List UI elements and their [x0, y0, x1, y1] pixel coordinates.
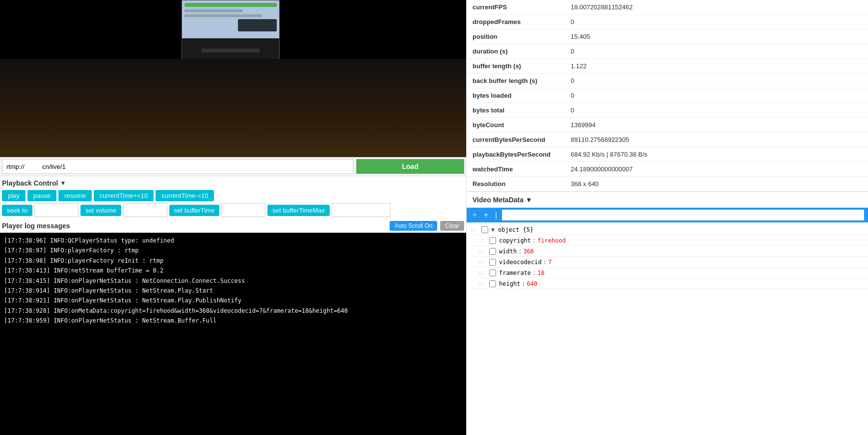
- seek-to-button[interactable]: seek to: [2, 205, 32, 216]
- stat-key: currentFPS: [473, 3, 571, 11]
- stat-key: bytes loaded: [473, 92, 571, 99]
- seek-input[interactable]: [34, 203, 79, 217]
- meta-root-checkbox[interactable]: [481, 226, 488, 233]
- stat-value: 0: [571, 77, 574, 84]
- pause-button[interactable]: pause: [27, 190, 56, 201]
- current-time-minus-button[interactable]: currentTime-=10: [156, 190, 214, 201]
- stat-row: watchedTime24.189000000000007: [467, 162, 868, 177]
- metadata-title: Video MetaData ▼: [467, 192, 868, 208]
- meta-field-checkbox[interactable]: [489, 280, 496, 287]
- current-time-plus-button[interactable]: currentTime+=10: [94, 190, 154, 201]
- toolbar-separator: |: [495, 211, 497, 219]
- meta-field-value: 368: [523, 248, 534, 255]
- log-entry: [17:7:38:959] INFO:onPlayerNetStatus : N…: [4, 316, 462, 326]
- meta-object-label: object {5}: [498, 226, 533, 233]
- set-buffertimemax-button[interactable]: set bufferTimeMax: [267, 205, 330, 216]
- stat-value: 684.92 Kb/s | 87670.38 B/s: [571, 151, 648, 158]
- stat-value: 0: [571, 92, 574, 99]
- stat-row: duration (s)0: [467, 44, 868, 59]
- stat-row: droppedFrames0: [467, 15, 868, 29]
- expand-all-button[interactable]: ÷: [471, 210, 479, 220]
- meta-field-key: framerate: [499, 270, 531, 276]
- url-input[interactable]: [2, 159, 353, 174]
- set-volume-button[interactable]: set volume: [80, 205, 121, 216]
- playback-title: Playback Control ▼: [2, 179, 464, 187]
- stat-key: buffer length (s): [473, 62, 571, 70]
- meta-colon: :: [532, 270, 536, 276]
- drag-handle-icon: ::: [478, 248, 484, 254]
- stat-value: 0: [571, 18, 574, 26]
- meta-field-key: height: [499, 280, 520, 287]
- meta-field-row: :: framerate : 18: [467, 268, 868, 278]
- drag-handle-icon: ::: [478, 281, 484, 286]
- stat-key: playbackBytesPerSecond: [473, 151, 571, 158]
- playback-arrow-icon: ▼: [60, 180, 66, 187]
- stat-key: position: [473, 33, 571, 40]
- set-buffertime-button[interactable]: set bufferTime: [169, 205, 219, 216]
- load-button[interactable]: Load: [356, 159, 464, 174]
- meta-field-row: :: height : 640: [467, 278, 868, 289]
- meta-field-value: 18: [537, 270, 544, 276]
- stat-key: Resolution: [473, 180, 571, 188]
- stat-row: bytes loaded0: [467, 88, 868, 103]
- log-area[interactable]: [17:7:38:96] INFO:QCPlayerStatus type: u…: [0, 233, 466, 435]
- stat-key: back buffer length (s): [473, 77, 571, 84]
- metadata-section: Video MetaData ▼ ÷ + | :: ▼ object {5} :…: [467, 191, 868, 291]
- log-entry: [17:7:38:97] INFO:playerFactory : rtmp: [4, 245, 462, 255]
- left-panel: Load Playback Control ▼ play pause resum…: [0, 0, 466, 435]
- metadata-arrow-icon: ▼: [526, 196, 532, 204]
- log-entry: [17:7:38:928] INFO:onMetaData:copyright=…: [4, 306, 462, 316]
- meta-field-checkbox[interactable]: [489, 270, 496, 276]
- stat-value: 0: [571, 107, 574, 114]
- stat-row: back buffer length (s)0: [467, 74, 868, 88]
- auto-scroll-button[interactable]: Auto Scroll On: [390, 221, 437, 231]
- meta-field-key: videocodecid: [499, 259, 542, 266]
- drag-handle-icon: ::: [478, 238, 484, 243]
- stat-row: currentFPS18.007202881152462: [467, 0, 868, 15]
- clear-button[interactable]: Clear: [440, 221, 464, 231]
- meta-field-checkbox[interactable]: [489, 237, 496, 244]
- meta-fields: :: copyright : firehood :: width : 368 :…: [467, 235, 868, 289]
- meta-field-checkbox[interactable]: [489, 259, 496, 266]
- buffertimemax-input[interactable]: [332, 203, 391, 217]
- collapse-all-button[interactable]: +: [482, 210, 490, 220]
- metadata-toolbar: ÷ + |: [467, 208, 868, 222]
- playback-control: Playback Control ▼ play pause resume cur…: [0, 176, 466, 219]
- stat-value: 89110.27568922305: [571, 136, 629, 143]
- stat-key: watchedTime: [473, 165, 571, 173]
- stat-value: 15.405: [571, 33, 590, 40]
- meta-colon: :: [522, 280, 525, 287]
- stat-value: 0: [571, 48, 574, 55]
- seek-row: seek to set volume set bufferTime set bu…: [2, 203, 464, 217]
- stat-row: position15.405: [467, 29, 868, 44]
- meta-field-value: 7: [548, 259, 552, 266]
- stat-row: buffer length (s)1.122: [467, 59, 868, 74]
- meta-field-key: copyright: [499, 237, 531, 244]
- log-entry: [17:7:38:415] INFO:onPlayerNetStatus : N…: [4, 276, 462, 286]
- log-entry: [17:7:38:921] INFO:onPlayerNetStatus : N…: [4, 296, 462, 305]
- stat-row: Resolution368 x 640: [467, 177, 868, 191]
- meta-colon: :: [532, 237, 536, 244]
- stat-row: currentBytesPerSecond89110.27568922305: [467, 133, 868, 147]
- log-header: Player log messages Auto Scroll On Clear: [0, 219, 466, 233]
- stat-key: droppedFrames: [473, 18, 571, 26]
- stat-key: bytes total: [473, 107, 571, 114]
- drag-handle-icon: ::: [478, 270, 484, 275]
- log-entry: [17:7:38:914] INFO:onPlayerNetStatus : N…: [4, 286, 462, 296]
- meta-field-value: 640: [527, 280, 538, 287]
- drag-handle-icon: ::: [478, 259, 484, 265]
- volume-input[interactable]: [123, 203, 167, 217]
- stat-value: 18.007202881152462: [571, 3, 633, 11]
- meta-colon: :: [543, 259, 547, 266]
- meta-field-checkbox[interactable]: [489, 248, 496, 255]
- expand-icon[interactable]: ▼: [491, 226, 498, 233]
- resume-button[interactable]: resume: [58, 190, 91, 201]
- buffertime-input[interactable]: [221, 203, 265, 217]
- metadata-search-input[interactable]: [502, 210, 864, 220]
- meta-object-root-row: :: ▼ object {5}: [467, 224, 868, 235]
- video-area: [0, 0, 466, 157]
- play-button[interactable]: play: [2, 190, 26, 201]
- log-title: Player log messages: [2, 222, 70, 230]
- meta-field-row: :: videocodecid : 7: [467, 257, 868, 268]
- log-controls: Auto Scroll On Clear: [390, 221, 464, 231]
